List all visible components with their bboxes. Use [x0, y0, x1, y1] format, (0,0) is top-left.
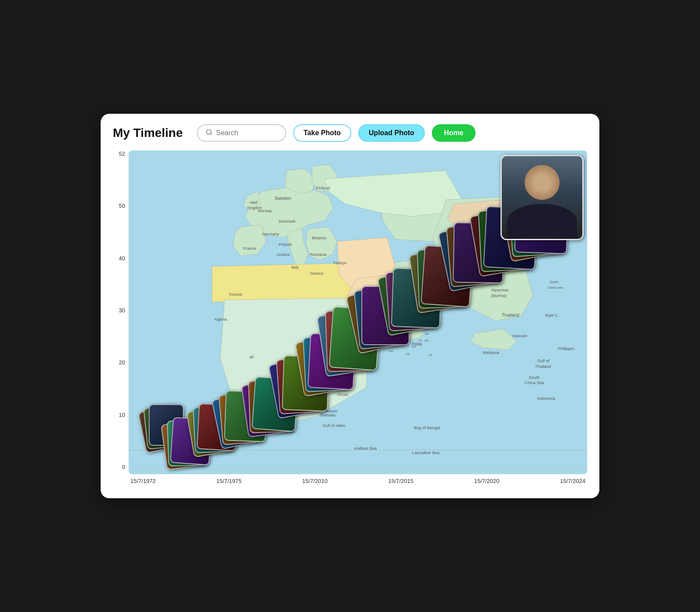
svg-text:Greece: Greece [310, 271, 323, 276]
svg-text:Bay of Bengal: Bay of Bengal [414, 425, 440, 430]
svg-text:Italy: Italy [291, 265, 299, 269]
svg-text:Thailand: Thailand [535, 364, 551, 369]
chart-area: 52 50 40 30 20 10 0 [113, 150, 587, 484]
svg-text:China Sea: China Sea [525, 380, 544, 385]
svg-text:Thailand: Thailand [502, 313, 519, 318]
svg-text:France: France [243, 246, 256, 251]
svg-text:Gulf of: Gulf of [537, 358, 550, 363]
svg-text:(Burma): (Burma) [491, 293, 506, 298]
svg-text:East C...: East C... [546, 313, 562, 318]
page-title: My Timeline [113, 126, 183, 140]
svg-text:Kingdom: Kingdom [248, 206, 262, 210]
svg-text:Vietnam: Vietnam [512, 333, 528, 338]
svg-text:TS: TS [418, 339, 422, 342]
y-label-20: 20 [119, 359, 125, 366]
svg-text:ali: ali [249, 354, 254, 359]
x-axis: 15/7/1972 15/7/1975 15/7/2010 15/7/2015 … [129, 474, 587, 484]
svg-text:Sweden: Sweden [274, 196, 291, 201]
x-label-2015: 15/7/2015 [388, 478, 413, 484]
svg-text:Tunisia: Tunisia [229, 292, 242, 297]
x-label-2020: 15/7/2020 [474, 478, 500, 484]
y-label-52: 52 [119, 150, 125, 157]
y-label-0: 0 [122, 464, 125, 470]
svg-text:nited: nited [249, 200, 258, 205]
header: My Timeline Take Photo Upload Photo Home [113, 124, 587, 142]
svg-text:Malaysia: Malaysia [483, 350, 500, 355]
y-axis: 52 50 40 30 20 10 0 [113, 150, 129, 484]
svg-text:Germany: Germany [262, 231, 279, 236]
search-input[interactable] [216, 129, 277, 137]
svg-text:Türkiye: Türkiye [333, 260, 346, 265]
svg-text:South: South [550, 280, 558, 284]
svg-text:Algeria: Algeria [214, 317, 227, 322]
y-label-30: 30 [119, 307, 125, 314]
svg-text:Austria: Austria [276, 252, 290, 257]
svg-text:Arabian Sea: Arabian Sea [354, 446, 377, 451]
y-label-40: 40 [119, 255, 125, 262]
svg-text:OR: OR [424, 332, 429, 336]
svg-line-1 [210, 133, 212, 135]
svg-text:AP: AP [429, 353, 433, 357]
svg-text:Philippin...: Philippin... [558, 346, 577, 351]
take-photo-button[interactable]: Take Photo [293, 124, 351, 142]
svg-text:China Sea: China Sea [547, 286, 563, 290]
svg-text:Gulf of Aden: Gulf of Aden [322, 423, 345, 428]
svg-text:South: South [529, 375, 540, 380]
svg-text:AR: AR [424, 339, 428, 342]
svg-text:Belarus: Belarus [312, 235, 326, 240]
x-label-2010: 15/7/2010 [302, 478, 328, 484]
x-label-2024: 15/7/2024 [560, 478, 585, 484]
x-label-1972: 15/7/1972 [130, 478, 156, 484]
home-button[interactable]: Home [432, 124, 476, 142]
svg-text:Myanmar: Myanmar [491, 287, 509, 292]
search-icon [206, 129, 213, 137]
x-label-1975: 15/7/1975 [216, 478, 242, 484]
svg-text:Somalia: Somalia [320, 413, 336, 417]
svg-text:Indonesia: Indonesia [537, 396, 556, 401]
svg-text:Poland: Poland [279, 242, 292, 247]
map-and-x: Sweden Norway Finland Denmark Germany Po… [129, 150, 587, 484]
app-container: My Timeline Take Photo Upload Photo Home… [101, 114, 599, 498]
y-label-10: 10 [119, 412, 125, 418]
svg-text:TN: TN [406, 353, 410, 356]
map-container: Sweden Norway Finland Denmark Germany Po… [129, 150, 587, 474]
svg-text:Finland: Finland [316, 185, 330, 190]
y-label-50: 50 [119, 203, 125, 209]
featured-photo[interactable] [500, 155, 584, 240]
svg-text:Laccadive Sea: Laccadive Sea [412, 450, 440, 455]
svg-text:Oman: Oman [337, 392, 348, 397]
svg-text:Romania: Romania [310, 252, 327, 257]
search-box[interactable] [197, 124, 286, 142]
svg-text:KA: KA [389, 350, 393, 353]
upload-photo-button[interactable]: Upload Photo [358, 124, 425, 142]
svg-text:KA: KA [412, 345, 416, 348]
svg-text:Denmark: Denmark [279, 219, 296, 224]
